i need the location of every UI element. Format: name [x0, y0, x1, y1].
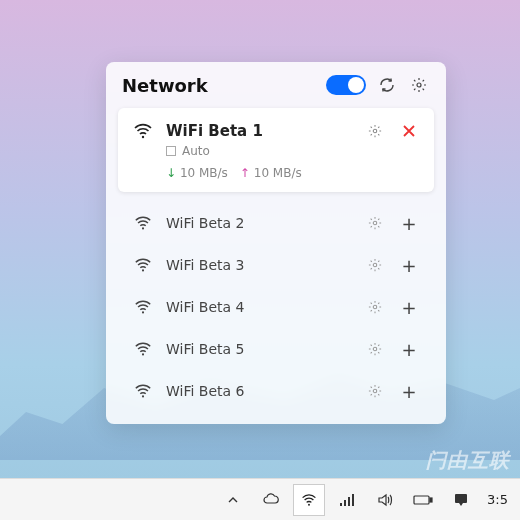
battery-icon: [413, 494, 433, 506]
wifi-icon: [301, 492, 317, 508]
svg-point-5: [142, 269, 144, 271]
wifi-icon: [132, 296, 154, 318]
gear-icon: [368, 216, 382, 230]
settings-button[interactable]: [408, 74, 430, 96]
svg-point-0: [417, 83, 421, 87]
network-row[interactable]: WiFi Beta 6+: [118, 370, 434, 412]
gear-icon: [368, 342, 382, 356]
svg-point-10: [373, 347, 377, 351]
svg-rect-16: [348, 497, 350, 506]
gear-icon: [411, 77, 427, 93]
network-row[interactable]: WiFi Beta 3+: [118, 244, 434, 286]
tray-network-button[interactable]: [293, 484, 325, 516]
network-flyout: Network WiFi Beta 1: [106, 62, 446, 424]
svg-rect-20: [455, 494, 467, 503]
network-settings-button[interactable]: [364, 338, 386, 360]
gear-icon: [368, 124, 382, 138]
network-settings-button[interactable]: [364, 380, 386, 402]
tray-action-center-button[interactable]: [445, 484, 477, 516]
wifi-icon: [132, 212, 154, 234]
connected-network-card[interactable]: WiFi Beta 1 Auto ↓ 10 MB/s ↑ 10 MB/s: [118, 108, 434, 192]
svg-point-1: [142, 136, 144, 138]
svg-point-2: [373, 129, 377, 133]
svg-rect-19: [430, 498, 432, 502]
tray-volume-button[interactable]: [369, 484, 401, 516]
gear-icon: [368, 300, 382, 314]
cloud-icon: [262, 491, 280, 509]
plus-icon: +: [401, 339, 416, 360]
svg-point-12: [373, 389, 377, 393]
svg-point-7: [142, 311, 144, 313]
network-settings-button[interactable]: [364, 296, 386, 318]
connected-network-row: WiFi Beta 1: [132, 120, 420, 142]
tray-overflow-button[interactable]: [217, 484, 249, 516]
connect-button[interactable]: +: [398, 212, 420, 234]
flyout-header: Network: [118, 74, 434, 96]
connect-button[interactable]: +: [398, 296, 420, 318]
svg-point-9: [142, 353, 144, 355]
notification-icon: [453, 492, 469, 508]
tray-onedrive-button[interactable]: [255, 484, 287, 516]
network-settings-button[interactable]: [364, 212, 386, 234]
upload-arrow-icon: ↑: [240, 166, 250, 180]
available-networks-list: WiFi Beta 2+WiFi Beta 3+WiFi Beta 4+WiFi…: [118, 202, 434, 412]
auto-connect-row[interactable]: Auto: [166, 144, 420, 158]
svg-rect-15: [344, 500, 346, 506]
plus-icon: +: [401, 297, 416, 318]
svg-point-4: [373, 221, 377, 225]
network-settings-button[interactable]: [364, 120, 386, 142]
gear-icon: [368, 384, 382, 398]
wifi-icon: [132, 120, 154, 142]
gear-icon: [368, 258, 382, 272]
download-arrow-icon: ↓: [166, 166, 176, 180]
wifi-icon: [132, 338, 154, 360]
upload-speed: 10 MB/s: [254, 166, 302, 180]
network-settings-button[interactable]: [364, 254, 386, 276]
taskbar: 3:5: [0, 478, 520, 520]
wifi-icon: [132, 380, 154, 402]
chevron-up-icon: [227, 494, 239, 506]
tray-battery-button[interactable]: [407, 484, 439, 516]
svg-point-13: [308, 503, 310, 505]
network-row[interactable]: WiFi Beta 2+: [118, 202, 434, 244]
svg-point-6: [373, 263, 377, 267]
connected-network-name: WiFi Beta 1: [166, 122, 352, 140]
network-name: WiFi Beta 2: [166, 215, 352, 231]
speaker-icon: [377, 492, 393, 508]
taskbar-clock[interactable]: 3:5: [483, 492, 512, 507]
disconnect-button[interactable]: [398, 120, 420, 142]
signal-bars-icon: [339, 492, 355, 508]
connect-button[interactable]: +: [398, 338, 420, 360]
network-name: WiFi Beta 3: [166, 257, 352, 273]
refresh-icon: [379, 77, 395, 93]
svg-rect-18: [414, 496, 429, 504]
connect-button[interactable]: +: [398, 254, 420, 276]
network-row[interactable]: WiFi Beta 5+: [118, 328, 434, 370]
download-speed: 10 MB/s: [180, 166, 228, 180]
network-name: WiFi Beta 5: [166, 341, 352, 357]
plus-icon: +: [401, 213, 416, 234]
network-row[interactable]: WiFi Beta 4+: [118, 286, 434, 328]
svg-rect-17: [352, 494, 354, 506]
connect-button[interactable]: +: [398, 380, 420, 402]
tray-signal-button[interactable]: [331, 484, 363, 516]
wifi-toggle[interactable]: [326, 75, 366, 95]
plus-icon: +: [401, 381, 416, 402]
close-icon: [403, 125, 415, 137]
flyout-title: Network: [122, 75, 316, 96]
plus-icon: +: [401, 255, 416, 276]
auto-label: Auto: [182, 144, 210, 158]
svg-point-8: [373, 305, 377, 309]
wifi-icon: [132, 254, 154, 276]
svg-rect-14: [340, 503, 342, 506]
watermark: 闩由互联: [426, 447, 510, 474]
network-name: WiFi Beta 4: [166, 299, 352, 315]
auto-checkbox[interactable]: [166, 146, 176, 156]
speed-row: ↓ 10 MB/s ↑ 10 MB/s: [166, 166, 420, 180]
network-name: WiFi Beta 6: [166, 383, 352, 399]
svg-point-3: [142, 227, 144, 229]
refresh-button[interactable]: [376, 74, 398, 96]
svg-point-11: [142, 395, 144, 397]
